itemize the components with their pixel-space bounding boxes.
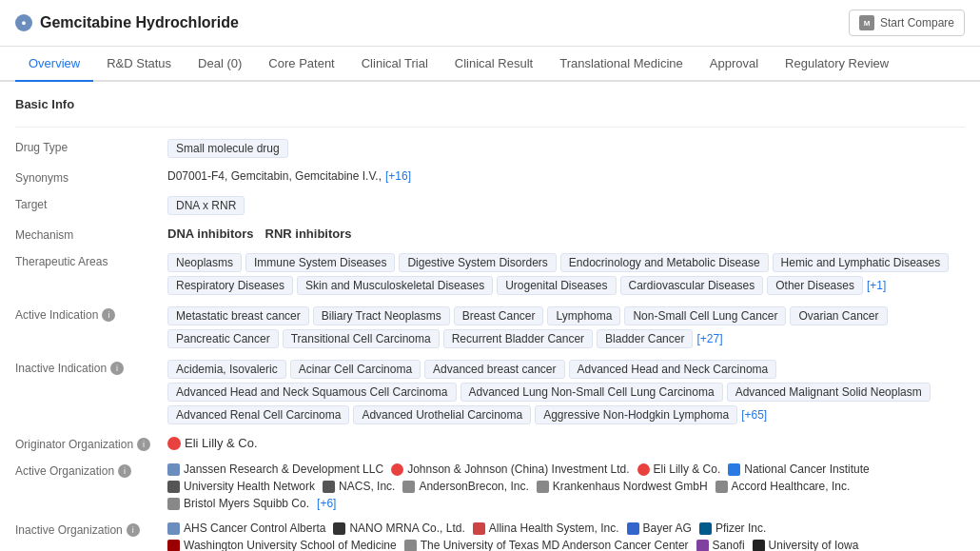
value-inactive-org: AHS Cancer Control Alberta NANO MRNA Co.… [167,521,965,551]
row-mechanism: Mechanism DNA inhibitors RNR inhibitors [15,226,965,242]
ta-tag: Skin and Musculoskeletal Diseases [297,276,493,295]
tab-clinical-result[interactable]: Clinical Result [441,47,546,82]
ii-link[interactable]: [+65] [741,408,767,422]
value-inactive-indication: Acidemia, Isovaleric Acinar Cell Carcino… [167,360,965,424]
label-therapeutic-areas: Therapeutic Areas [15,253,167,268]
tab-bar: Overview R&D Status Deal (0) Core Patent… [0,47,980,82]
ai-tag: Pancreatic Cancer [167,329,279,348]
row-inactive-org: Inactive Organization i AHS Cancer Contr… [15,521,965,551]
ii-tag: Acidemia, Isovaleric [167,360,286,379]
org-item: Pfizer Inc. [699,521,766,535]
org-item: Washington University School of Medicine [167,539,397,551]
ai-tag: Biliary Tract Neoplasms [313,306,450,325]
drug-title: Gemcitabine Hydrochloride [40,14,239,31]
ai-tag: Metastatic breast cancer [167,306,309,325]
tab-regulatory-review[interactable]: Regulatory Review [772,47,902,82]
value-therapeutic-areas: Neoplasms Immune System Diseases Digesti… [167,253,965,295]
header-left: ● Gemcitabine Hydrochloride [15,14,239,31]
label-inactive-org: Inactive Organization i [15,521,167,537]
value-originator-org: Eli Lilly & Co. [167,436,965,450]
inactive-org-info-icon[interactable]: i [127,523,140,537]
org-item: Allina Health System, Inc. [473,521,619,535]
ta-tag: Immune System Diseases [245,253,395,272]
tab-core-patent[interactable]: Core Patent [255,47,347,82]
label-target: Target [15,196,167,211]
synonyms-link[interactable]: [+16] [385,169,411,183]
tab-approval[interactable]: Approval [696,47,772,82]
ta-tag: Respiratory Diseases [167,276,293,295]
ai-tag: Recurrent Bladder Cancer [443,329,593,348]
ii-tag: Advanced Renal Cell Carcinoma [167,405,349,424]
ta-tag: Neoplasms [167,253,242,272]
org-item: Bayer AG [627,521,692,535]
compare-icon: M [859,15,874,30]
row-drug-type: Drug Type Small molecule drug [15,139,965,158]
active-indication-info-icon[interactable]: i [102,308,115,322]
label-active-indication: Active Indication i [15,306,167,322]
ta-link[interactable]: [+1] [867,279,886,292]
label-active-org: Active Organization i [15,462,167,478]
target-tag: DNA x RNR [167,196,245,215]
row-therapeutic-areas: Therapeutic Areas Neoplasms Immune Syste… [15,253,965,295]
ai-tag: Breast Cancer [454,306,544,325]
mechanism-dna: DNA inhibitors [167,226,254,241]
drug-icon: ● [15,14,32,31]
ii-tag: Advanced Head and Neck Squamous Cell Car… [167,383,457,402]
originator-org-info-icon[interactable]: i [137,438,150,451]
value-drug-type: Small molecule drug [167,139,965,158]
inactive-indication-info-icon[interactable]: i [110,362,124,375]
value-synonyms: D07001-F4, Gemcitabin, Gemcitabine I.V.,… [167,169,965,183]
mechanism-rnr: RNR inhibitors [265,226,352,241]
org-item: Bristol Myers Squibb Co. [167,497,309,510]
ai-tag: Transitional Cell Carcinoma [283,329,440,348]
org-item: AHS Cancer Control Alberta [167,521,325,535]
header: ● Gemcitabine Hydrochloride M Start Comp… [0,0,980,47]
row-target: Target DNA x RNR [15,196,965,215]
value-active-org: Janssen Research & Development LLC Johns… [167,462,965,510]
ta-tag: Endocrinology and Metabolic Disease [560,253,769,272]
ta-tag: Digestive System Disorders [399,253,556,272]
row-active-indication: Active Indication i Metastatic breast ca… [15,306,965,348]
active-org-info-icon[interactable]: i [118,464,131,478]
ta-tag: Other Diseases [767,276,863,295]
org-item: Johnson & Johnson (China) Investment Ltd… [391,462,629,476]
originator-org-name: Eli Lilly & Co. [185,436,258,450]
label-drug-type: Drug Type [15,139,167,154]
ai-tag: Lymphoma [547,306,620,325]
ii-tag: Aggressive Non-Hodgkin Lymphoma [535,405,737,424]
value-target: DNA x RNR [167,196,965,215]
ai-tag: Bladder Cancer [597,329,693,348]
active-org-link[interactable]: [+6] [317,497,336,510]
tab-deal[interactable]: Deal (0) [185,47,255,82]
ii-tag: Advanced Urothelial Carcinoma [353,405,531,424]
org-item: National Cancer Institute [728,462,869,476]
org-item: University of Iowa [753,539,859,551]
org-item: NACS, Inc. [323,480,395,493]
synonyms-text: D07001-F4, Gemcitabin, Gemcitabine I.V., [167,169,382,183]
org-item: Eli Lilly & Co. [637,462,721,476]
row-inactive-indication: Inactive Indication i Acidemia, Isovaler… [15,360,965,424]
tab-clinical-trial[interactable]: Clinical Trial [348,47,441,82]
ai-tag: Ovarian Cancer [790,306,887,325]
label-mechanism: Mechanism [15,226,167,242]
org-item: Janssen Research & Development LLC [167,462,383,476]
tab-rd-status[interactable]: R&D Status [93,47,185,82]
compare-button[interactable]: M Start Compare [849,10,965,36]
tab-translational-medicine[interactable]: Translational Medicine [546,47,696,82]
ii-tag: Advanced Malignant Solid Neoplasm [727,383,931,402]
tab-overview[interactable]: Overview [15,47,93,82]
content-area: Basic Info Drug Type Small molecule drug… [0,82,980,551]
section-basic-info: Basic Info [15,97,965,115]
org-item: Krankenhaus Nordwest GmbH [537,480,708,493]
ai-link[interactable]: [+27] [696,332,722,345]
org-item: Sanofi [696,539,745,551]
row-originator-org: Originator Organization i Eli Lilly & Co… [15,436,965,451]
org-item: University Health Network [167,480,315,493]
org-item: Accord Healthcare, Inc. [715,480,851,493]
value-active-indication: Metastatic breast cancer Biliary Tract N… [167,306,965,348]
ii-tag: Advanced Lung Non-Small Cell Lung Carcin… [461,383,723,402]
org-item: The University of Texas MD Anderson Canc… [404,539,689,551]
value-mechanism: DNA inhibitors RNR inhibitors [167,226,965,241]
originator-org-item: Eli Lilly & Co. [167,436,258,450]
label-originator-org: Originator Organization i [15,436,167,451]
